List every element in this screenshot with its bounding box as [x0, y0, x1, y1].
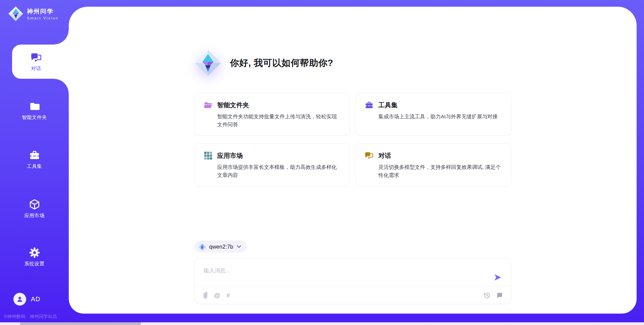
attach-button[interactable]: [203, 291, 208, 299]
feature-cards: 智能文件夹 智能文件夹功能支持批量文件上传与清洗，轻松实现文件问答 工具集 集成…: [195, 93, 511, 186]
card-toolset[interactable]: 工具集 集成市场上主流工具，助力AI与外界无缝扩展与对接: [356, 93, 511, 136]
folder-icon: [29, 101, 40, 112]
footer-credit: ©神州数码 · 神州问学出品: [4, 314, 57, 320]
toolbox-icon: [29, 149, 40, 161]
brand-title: 神州问学: [27, 7, 59, 15]
main-panel: 你好, 我可以如何帮助你? 智能文件夹 智能文件夹功能支持批量文件上传与清洗，轻…: [69, 7, 637, 314]
sidebar-item-chat[interactable]: 对话: [12, 45, 69, 79]
chat-icon: [31, 52, 42, 63]
card-desc: 灵活切换多模型文件，支持多样回复效果调试, 满足个性化需求: [365, 163, 502, 179]
history-button[interactable]: [483, 292, 490, 299]
card-title: 对话: [378, 151, 391, 160]
greeting-text: 你好, 我可以如何帮助你?: [230, 57, 333, 69]
brand-logo-icon: [8, 6, 23, 21]
sidebar-item-label: 系统设置: [24, 261, 45, 267]
card-desc: 智能文件夹功能支持批量文件上传与清洗，轻松实现文件问答: [204, 113, 341, 129]
input-toolbar: @ #: [195, 286, 511, 304]
sidebar-item-label: 应用市场: [24, 212, 45, 219]
topic-button[interactable]: #: [226, 292, 230, 299]
history-icon: [483, 292, 490, 299]
message-input-box: @ #: [195, 258, 511, 304]
sidebar-item-label: 对话: [31, 65, 41, 72]
chevron-down-icon: [237, 245, 241, 248]
sidebar-item-label: 工具集: [27, 163, 42, 170]
person-icon: [16, 296, 23, 303]
send-icon: [493, 274, 502, 281]
card-chat[interactable]: 对话 灵活切换多模型文件，支持多样回复效果调试, 满足个性化需求: [356, 143, 511, 186]
brand: 神州问学 Smart Vision: [8, 6, 59, 21]
sidebar-item-toolset[interactable]: 工具集: [0, 147, 69, 172]
card-desc: 集成市场上主流工具，助力AI与外界无缝扩展与对接: [365, 113, 502, 121]
card-title: 应用市场: [217, 151, 243, 160]
card-desc: 应用市场提供丰富长文本模板，助力高效生成多样化文章内容: [204, 163, 341, 179]
apps-grid-icon: [204, 151, 213, 160]
sidebar-item-folders[interactable]: 智能文件夹: [0, 98, 69, 123]
brand-subtitle: Smart Vision: [27, 16, 59, 20]
sidebar-item-label: 智能文件夹: [22, 114, 47, 121]
feedback-button[interactable]: [496, 292, 503, 299]
greeting: 你好, 我可以如何帮助你?: [195, 50, 333, 76]
avatar: [13, 293, 26, 306]
sidebar: 神州问学 Smart Vision 对话 智能文件夹 工具集 应: [0, 0, 69, 325]
user-profile[interactable]: AD: [13, 293, 40, 306]
at-icon: @: [214, 292, 220, 299]
scrollbar-thumb[interactable]: [20, 322, 141, 325]
sidebar-item-settings[interactable]: 系统设置: [0, 244, 69, 270]
toolbox-icon: [365, 101, 374, 110]
message-input[interactable]: [195, 258, 481, 286]
card-title: 智能文件夹: [217, 101, 249, 110]
hash-icon: #: [226, 292, 230, 299]
user-initials: AD: [31, 296, 40, 303]
assistant-logo-icon: [195, 50, 221, 76]
card-smart-folder[interactable]: 智能文件夹 智能文件夹功能支持批量文件上传与清洗，轻松实现文件问答: [195, 93, 350, 136]
mention-button[interactable]: @: [214, 292, 220, 299]
chat-bubbles-icon: [365, 151, 374, 160]
card-app-market[interactable]: 应用市场 应用市场提供丰富长文本模板，助力高效生成多样化文章内容: [195, 143, 350, 186]
model-logo-icon: [198, 243, 206, 251]
cube-icon: [29, 199, 40, 210]
model-name: qwen2:7b: [209, 244, 233, 250]
paperclip-icon: [203, 291, 208, 299]
model-selector[interactable]: qwen2:7b: [195, 241, 247, 253]
gear-icon: [29, 247, 40, 258]
sidebar-item-market[interactable]: 应用市场: [0, 196, 69, 221]
message-icon: [496, 292, 503, 299]
horizontal-scrollbar[interactable]: [0, 322, 644, 325]
card-title: 工具集: [378, 101, 397, 110]
folder-open-icon: [204, 101, 213, 110]
send-button[interactable]: [493, 273, 503, 282]
